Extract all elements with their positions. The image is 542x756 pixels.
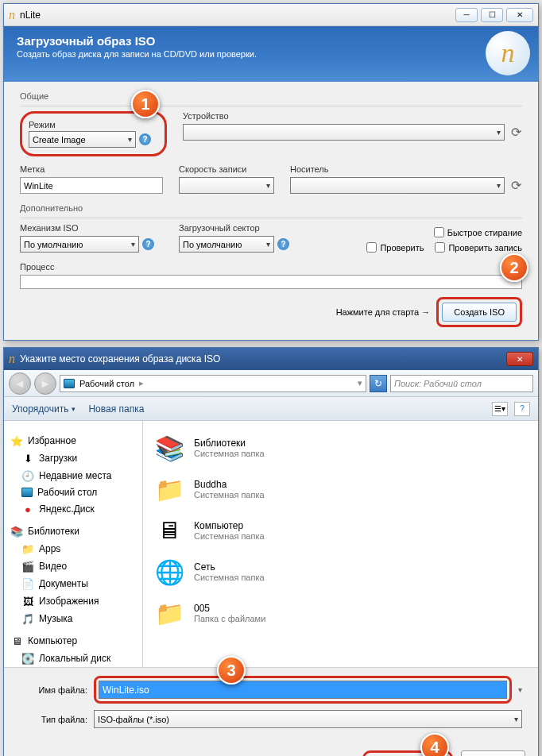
bottom-row: ⌃Скрыть папки Сохранить Отмена bbox=[4, 742, 538, 756]
tree-desktop[interactable]: Рабочий стол bbox=[7, 484, 139, 500]
help-icon[interactable]: ? bbox=[277, 238, 289, 250]
list-item[interactable]: 📚БиблиотекиСистемная папка bbox=[149, 427, 532, 469]
banner-subtitle: Создать образ диска для записи на CD/DVD… bbox=[17, 49, 525, 59]
dropdown-icon[interactable]: ▾ bbox=[518, 685, 522, 694]
tree-libraries[interactable]: 📚Библиотеки bbox=[7, 523, 139, 540]
tree-favorites[interactable]: ⭐Избранное bbox=[7, 432, 139, 449]
desktop-icon bbox=[21, 488, 33, 497]
tree-recent[interactable]: 🕘Недавние места bbox=[7, 467, 139, 484]
tree-computer[interactable]: 🖥Компьютер bbox=[7, 632, 139, 650]
computer-icon: 🖥 bbox=[10, 634, 23, 647]
tree-music[interactable]: 🎵Музыка bbox=[7, 610, 139, 627]
dialog-title: Укажите место сохранения образа диска IS… bbox=[20, 353, 506, 364]
music-icon: 🎵 bbox=[21, 612, 34, 625]
new-folder-button[interactable]: Новая папка bbox=[88, 403, 147, 415]
computer-icon: 🖥 bbox=[153, 515, 186, 546]
list-item[interactable]: 🌐СетьСистемная папка bbox=[149, 551, 532, 592]
device-combo[interactable] bbox=[183, 124, 505, 141]
mode-combo[interactable]: Create Image bbox=[29, 131, 136, 148]
callout-4: 4 bbox=[420, 733, 449, 756]
iso-engine-label: Механизм ISO bbox=[20, 223, 163, 233]
process-label: Процесс bbox=[20, 262, 522, 272]
help-icon[interactable]: ? bbox=[139, 133, 151, 145]
download-icon: ⬇ bbox=[21, 452, 34, 465]
filename-highlight bbox=[94, 676, 512, 704]
libraries-icon: 📚 bbox=[10, 525, 23, 538]
progress-bar bbox=[20, 275, 522, 289]
help-button[interactable]: ? bbox=[514, 402, 530, 416]
save-dialog: n Укажите место сохранения образа диска … bbox=[3, 347, 539, 756]
divider bbox=[20, 218, 522, 218]
boot-sector-label: Загрузочный сектор bbox=[179, 223, 298, 233]
tree-video[interactable]: 🎬Видео bbox=[7, 557, 139, 575]
nav-bar: ◄ ► Рабочий стол ▸ ▾ ↻ Поиск: Рабочий ст… bbox=[4, 370, 538, 397]
folder-icon: 📁 bbox=[21, 542, 34, 555]
speed-label: Скорость записи bbox=[179, 164, 274, 174]
mode-label: Режим bbox=[29, 120, 56, 129]
view-button[interactable]: ☰▾ bbox=[492, 402, 508, 416]
create-iso-button[interactable]: Создать ISO bbox=[442, 303, 517, 322]
file-list: 📚БиблиотекиСистемная папка 📁BuddhaСистем… bbox=[143, 421, 538, 667]
location-bar[interactable]: Рабочий стол ▸ ▾ bbox=[60, 375, 366, 392]
nlite-logo-icon: n bbox=[486, 31, 530, 75]
picture-icon: 🖼 bbox=[21, 595, 34, 608]
document-icon: 📄 bbox=[21, 577, 34, 590]
search-input[interactable]: Поиск: Рабочий стол bbox=[390, 375, 533, 392]
organize-menu[interactable]: Упорядочить bbox=[12, 403, 75, 415]
forward-button[interactable]: ► bbox=[34, 372, 56, 395]
user-folder-icon: 📁 bbox=[153, 473, 186, 505]
desktop-icon bbox=[64, 379, 75, 388]
folder-icon: 📁 bbox=[153, 597, 186, 629]
verify-write-checkbox[interactable]: Проверить запись bbox=[435, 242, 522, 253]
dialog-titlebar: n Укажите место сохранения образа диска … bbox=[4, 348, 538, 370]
location-text: Рабочий стол bbox=[79, 379, 134, 388]
filename-input[interactable] bbox=[99, 681, 507, 699]
media-label: Носитель bbox=[290, 164, 522, 174]
quick-erase-checkbox[interactable]: Быстрое стирание bbox=[314, 227, 522, 237]
titlebar: n nLite ─ ☐ ✕ bbox=[4, 4, 538, 26]
label-input[interactable] bbox=[20, 177, 163, 194]
refresh-icon[interactable]: ⟳ bbox=[509, 126, 522, 139]
minimize-button[interactable]: ─ bbox=[455, 8, 478, 22]
filetype-combo[interactable]: ISO-файлы (*.iso) bbox=[94, 710, 522, 728]
speed-combo[interactable] bbox=[179, 177, 274, 194]
tree-local-disk[interactable]: 💽Локальный диск bbox=[7, 650, 139, 667]
media-combo[interactable] bbox=[290, 177, 505, 194]
tree-documents[interactable]: 📄Документы bbox=[7, 575, 139, 592]
tree-yandex[interactable]: ●Яндекс.Диск bbox=[7, 500, 139, 518]
list-item[interactable]: 📁BuddhaСистемная папка bbox=[149, 469, 532, 510]
toolbar: Упорядочить Новая папка ☰▾ ? bbox=[4, 397, 538, 421]
callout-3: 3 bbox=[217, 656, 246, 685]
close-button[interactable]: ✕ bbox=[506, 352, 533, 366]
cancel-button[interactable]: Отмена bbox=[461, 750, 525, 756]
iso-engine-combo[interactable]: По умолчанию bbox=[20, 236, 139, 253]
refresh-icon[interactable]: ⟳ bbox=[509, 179, 522, 192]
label-label: Метка bbox=[20, 164, 163, 174]
filetype-label: Тип файла: bbox=[20, 715, 87, 724]
tree-pictures[interactable]: 🖼Изображения bbox=[7, 592, 139, 610]
app-icon: n bbox=[9, 8, 15, 22]
close-button[interactable]: ✕ bbox=[506, 8, 533, 22]
help-icon[interactable]: ? bbox=[142, 238, 154, 250]
back-button[interactable]: ◄ bbox=[9, 372, 31, 395]
refresh-button[interactable]: ↻ bbox=[370, 375, 387, 392]
create-iso-highlight: Создать ISO bbox=[436, 297, 522, 327]
body-panel: Общие Режим Create Image ? Устройство ⟳ … bbox=[4, 82, 538, 340]
window-controls: ─ ☐ ✕ bbox=[455, 8, 533, 22]
boot-sector-combo[interactable]: По умолчанию bbox=[179, 236, 274, 253]
disk-icon: 💽 bbox=[21, 652, 34, 665]
app-icon: n bbox=[9, 352, 15, 366]
advanced-label: Дополнительно bbox=[20, 203, 522, 213]
banner: Загрузочный образ ISO Создать образ диск… bbox=[4, 26, 538, 82]
banner-title: Загрузочный образ ISO bbox=[17, 34, 525, 48]
divider bbox=[20, 106, 522, 106]
libraries-icon: 📚 bbox=[153, 432, 186, 464]
tree-apps[interactable]: 📁Apps bbox=[7, 540, 139, 557]
tree-downloads[interactable]: ⬇Загрузки bbox=[7, 449, 139, 467]
list-item[interactable]: 🖥КомпьютерСистемная папка bbox=[149, 510, 532, 551]
maximize-button[interactable]: ☐ bbox=[481, 8, 503, 22]
file-area: ⭐Избранное ⬇Загрузки 🕘Недавние места Раб… bbox=[4, 421, 538, 667]
verify-checkbox[interactable]: Проверить bbox=[366, 242, 424, 253]
device-label: Устройство bbox=[183, 111, 522, 121]
list-item[interactable]: 📁005Папка с файлами bbox=[149, 592, 532, 634]
